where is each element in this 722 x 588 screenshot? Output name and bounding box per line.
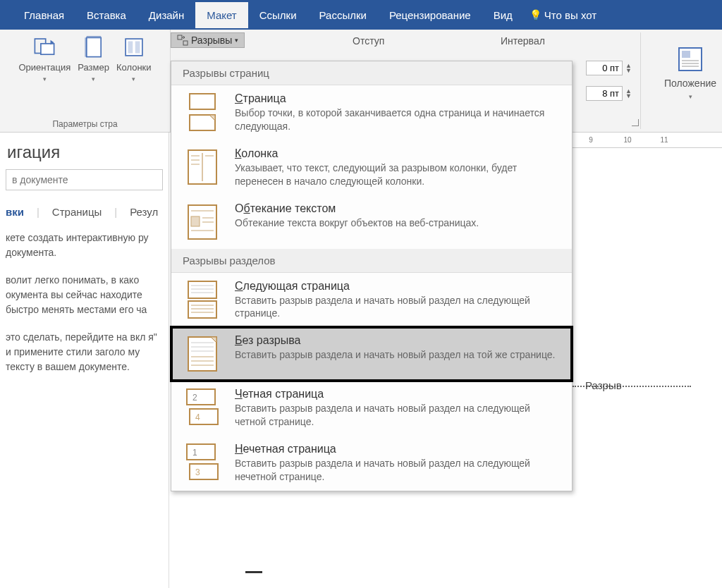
menu-item-continuous[interactable]: Без разрыва Вставить разрыв раздела и на… bbox=[171, 327, 572, 381]
nav-body-text: кете создать интерактивную ру документа.… bbox=[6, 231, 163, 374]
breaks-menu: Разрывы страниц Страница Выбор точки, в … bbox=[171, 61, 573, 491]
page-break-icon bbox=[183, 92, 222, 132]
svg-rect-34 bbox=[188, 301, 216, 318]
chevron-down-icon: ▾ bbox=[235, 37, 238, 44]
svg-rect-1 bbox=[41, 44, 54, 54]
nav-tab-headings[interactable]: вки bbox=[6, 206, 24, 218]
svg-rect-2 bbox=[86, 37, 100, 56]
breaks-button[interactable]: Разрывы ▾ bbox=[171, 32, 245, 48]
nav-search-input[interactable] bbox=[6, 169, 163, 190]
next-page-section-icon bbox=[183, 280, 222, 319]
menu-item-desc: Вставить разрыв раздела и начать новый р… bbox=[235, 402, 561, 429]
text-wrap-break-icon bbox=[183, 202, 222, 242]
svg-text:3: 3 bbox=[195, 467, 200, 477]
menu-item-odd-page[interactable]: 13 Нечетная страница Вставить разрыв раз… bbox=[171, 436, 572, 491]
menu-item-next-page[interactable]: Следующая страница Вставить разрыв разде… bbox=[171, 273, 572, 328]
svg-text:1: 1 bbox=[192, 448, 197, 458]
svg-text:4: 4 bbox=[195, 412, 200, 422]
tell-me-label: Что вы хот bbox=[544, 9, 596, 21]
bulb-icon: 💡 bbox=[530, 9, 542, 20]
nav-tabs: вки | Страницы | Резул bbox=[6, 206, 163, 218]
tab-mailings[interactable]: Рассылки bbox=[308, 2, 378, 28]
tab-references[interactable]: Ссылки bbox=[248, 2, 308, 28]
menu-section-page-breaks: Разрывы страниц bbox=[171, 61, 572, 85]
position-icon bbox=[676, 45, 704, 73]
spacing-label: Интервал bbox=[501, 35, 545, 47]
menu-item-title: Четная страница bbox=[235, 388, 561, 400]
tab-view[interactable]: Вид bbox=[482, 2, 524, 28]
chevron-down-icon: ▾ bbox=[43, 75, 47, 82]
ruler-tick: 11 bbox=[646, 136, 683, 144]
dialog-launcher-icon[interactable] bbox=[632, 119, 639, 126]
spacing-before[interactable]: ▲▼ bbox=[586, 61, 632, 75]
spinner-arrows[interactable]: ▲▼ bbox=[625, 63, 632, 73]
columns-label: Колонки bbox=[116, 62, 152, 73]
svg-rect-30 bbox=[188, 281, 216, 298]
spacing-after-input[interactable] bbox=[586, 86, 623, 101]
svg-rect-7 bbox=[135, 42, 140, 54]
chevron-down-icon: ▾ bbox=[132, 75, 135, 82]
group-page-setup: Ориентация ▾ Размер ▾ Колонки ▾ Параметр… bbox=[0, 30, 171, 132]
nav-tab-results[interactable]: Резул bbox=[130, 206, 158, 218]
menu-item-desc: Выбор точки, в которой заканчивается одн… bbox=[235, 106, 561, 133]
svg-rect-9 bbox=[183, 41, 188, 45]
menu-item-title: Нечетная страница bbox=[235, 443, 561, 455]
annotation-label: Разрыв bbox=[585, 379, 622, 391]
orientation-button[interactable]: Ориентация ▾ bbox=[16, 32, 73, 85]
spacing-before-input[interactable] bbox=[586, 61, 623, 75]
breaks-label: Разрывы bbox=[191, 35, 232, 46]
svg-rect-15 bbox=[190, 94, 215, 109]
svg-rect-25 bbox=[191, 216, 200, 226]
spinner-arrows[interactable]: ▲▼ bbox=[625, 89, 632, 99]
svg-rect-38 bbox=[188, 337, 216, 371]
menu-item-title: Без разрыва bbox=[235, 334, 561, 347]
columns-button[interactable]: Колонки ▾ bbox=[114, 32, 154, 85]
ruler[interactable]: 9 10 11 bbox=[573, 133, 722, 148]
menu-item-desc: Вставить разрыв раздела и начать новый р… bbox=[235, 457, 561, 484]
svg-rect-11 bbox=[682, 51, 690, 58]
menu-item-title: Колонка bbox=[235, 147, 561, 160]
svg-rect-48 bbox=[190, 409, 218, 424]
chevron-down-icon: ▾ bbox=[92, 75, 95, 82]
menu-item-title: Следующая страница bbox=[235, 280, 561, 293]
orientation-label: Ориентация bbox=[18, 62, 71, 73]
navigation-pane: игация вки | Страницы | Резул кете созда… bbox=[0, 133, 169, 588]
column-break-icon bbox=[183, 147, 222, 187]
position-button[interactable]: Положение ▾ bbox=[664, 45, 716, 100]
ruler-tick: 10 bbox=[609, 136, 646, 144]
svg-rect-6 bbox=[128, 42, 133, 54]
tab-review[interactable]: Рецензирование bbox=[378, 2, 482, 28]
odd-page-section-icon: 13 bbox=[183, 443, 222, 482]
tell-me[interactable]: 💡 Что вы хот bbox=[530, 9, 596, 21]
ruler-tick: 9 bbox=[573, 136, 609, 144]
indent-label: Отступ bbox=[353, 35, 384, 47]
breaks-icon bbox=[177, 35, 188, 46]
document-cursor bbox=[245, 571, 262, 573]
tab-insert[interactable]: Вставка bbox=[75, 2, 137, 28]
menu-item-title: Обтекание текстом bbox=[235, 202, 561, 215]
tab-home[interactable]: Главная bbox=[13, 2, 75, 28]
menu-item-even-page[interactable]: 24 Четная страница Вставить разрыв разде… bbox=[171, 381, 572, 436]
tab-layout[interactable]: Макет bbox=[195, 2, 247, 28]
menu-section-section-breaks: Разрывы разделов bbox=[171, 249, 572, 273]
svg-rect-52 bbox=[190, 464, 218, 479]
svg-rect-46 bbox=[187, 389, 215, 405]
menu-item-text-wrapping[interactable]: Обтекание текстом Обтекание текста вокру… bbox=[171, 195, 572, 249]
menu-item-desc: Вставить разрыв раздела и начать новый р… bbox=[235, 348, 561, 362]
columns-icon bbox=[122, 35, 146, 59]
nav-title: игация bbox=[6, 133, 163, 169]
tab-design[interactable]: Дизайн bbox=[137, 2, 195, 28]
spacing-after[interactable]: ▲▼ bbox=[586, 86, 632, 101]
menu-item-desc: Указывает, что текст, следующий за разры… bbox=[235, 161, 561, 188]
menu-item-desc: Вставить разрыв раздела и начать новый р… bbox=[235, 294, 561, 321]
nav-tab-pages[interactable]: Страницы bbox=[52, 206, 102, 218]
group-label-page-setup: Параметры стра bbox=[0, 119, 170, 129]
menu-item-desc: Обтекание текста вокруг объектов на веб-… bbox=[235, 216, 561, 230]
size-label: Размер bbox=[78, 62, 109, 73]
chevron-down-icon: ▾ bbox=[689, 93, 692, 100]
menu-item-column[interactable]: Колонка Указывает, что текст, следующий … bbox=[171, 140, 572, 195]
ribbon-tabs: Главная Вставка Дизайн Макет Ссылки Расс… bbox=[0, 0, 722, 30]
size-button[interactable]: Размер ▾ bbox=[75, 32, 112, 85]
size-icon bbox=[82, 35, 106, 59]
menu-item-page[interactable]: Страница Выбор точки, в которой заканчив… bbox=[171, 85, 572, 140]
